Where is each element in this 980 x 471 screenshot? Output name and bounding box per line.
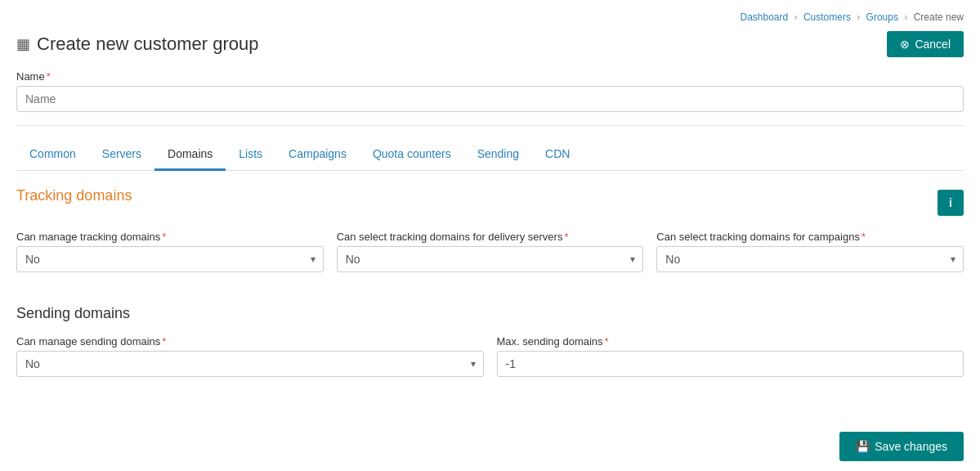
cancel-button[interactable]: ⊗ Cancel <box>887 31 964 57</box>
breadcrumb-dashboard[interactable]: Dashboard <box>740 11 788 23</box>
info-button[interactable]: i <box>937 190 964 216</box>
sending-domains-row: Can manage sending domains* No Yes ▾ Max… <box>16 335 964 390</box>
breadcrumb-current: Create new <box>914 11 964 23</box>
can-manage-tracking-group: Can manage tracking domains* No Yes ▾ <box>16 231 324 272</box>
tab-cdn[interactable]: CDN <box>532 139 583 171</box>
can-manage-tracking-select[interactable]: No Yes <box>16 246 324 272</box>
can-manage-sending-group: Can manage sending domains* No Yes ▾ <box>16 335 484 377</box>
breadcrumb: Dashboard › Customers › Groups › Create … <box>16 8 964 23</box>
can-select-tracking-campaigns-select[interactable]: No Yes <box>656 246 964 272</box>
tabs-container: Common Servers Domains Lists Campaigns Q… <box>16 139 964 171</box>
tab-lists[interactable]: Lists <box>226 139 275 171</box>
page-title-text: Create new customer group <box>37 34 258 55</box>
name-label: Name* <box>16 70 964 83</box>
tab-common[interactable]: Common <box>16 139 89 171</box>
can-select-tracking-campaigns-wrapper: No Yes ▾ <box>656 246 964 272</box>
page-title-icon: ▦ <box>16 35 30 53</box>
name-form-group: Name* <box>16 70 964 112</box>
can-manage-sending-label: Can manage sending domains* <box>16 335 484 348</box>
tab-campaigns[interactable]: Campaigns <box>275 139 360 171</box>
sending-domains-title: Sending domains <box>16 305 964 322</box>
breadcrumb-sep-1: › <box>794 11 798 23</box>
cancel-label: Cancel <box>915 38 951 51</box>
tab-quota-counters[interactable]: Quota counters <box>360 139 464 171</box>
max-sending-domains-label: Max. sending domains* <box>497 335 964 348</box>
cancel-icon: ⊗ <box>900 38 910 51</box>
save-bar: 💾 Save changes <box>0 422 980 471</box>
breadcrumb-sep-2: › <box>857 11 860 23</box>
max-sending-domains-group: Max. sending domains* <box>497 335 964 377</box>
breadcrumb-customers[interactable]: Customers <box>803 11 851 23</box>
tab-servers[interactable]: Servers <box>89 139 154 171</box>
can-select-tracking-delivery-wrapper: No Yes ▾ <box>337 246 644 272</box>
save-icon: 💾 <box>856 440 870 453</box>
can-select-tracking-campaigns-group: Can select tracking domains for campaign… <box>656 231 964 272</box>
divider <box>16 125 964 126</box>
page-header: ▦ Create new customer group ⊗ Cancel <box>16 31 964 57</box>
save-button[interactable]: 💾 Save changes <box>839 432 964 461</box>
page-title: ▦ Create new customer group <box>16 34 258 55</box>
info-icon: i <box>949 196 952 209</box>
can-manage-tracking-label: Can manage tracking domains* <box>16 231 324 243</box>
tracking-domains-row: Can manage tracking domains* No Yes ▾ Ca… <box>16 231 964 285</box>
save-label: Save changes <box>875 440 947 453</box>
tab-domains[interactable]: Domains <box>154 139 226 171</box>
max-sending-domains-input[interactable] <box>497 351 964 377</box>
breadcrumb-groups[interactable]: Groups <box>866 11 898 23</box>
can-manage-sending-wrapper: No Yes ▾ <box>16 351 484 377</box>
name-required-star: * <box>47 70 51 83</box>
tracking-domains-title: Tracking domains <box>16 187 132 204</box>
can-manage-sending-select[interactable]: No Yes <box>16 351 484 377</box>
tab-sending[interactable]: Sending <box>464 139 532 171</box>
can-manage-tracking-wrapper: No Yes ▾ <box>16 246 324 272</box>
can-select-tracking-delivery-group: Can select tracking domains for delivery… <box>337 231 644 272</box>
tracking-domains-header: Tracking domains i <box>16 187 964 218</box>
breadcrumb-sep-3: › <box>904 11 907 23</box>
page-wrapper: Dashboard › Customers › Groups › Create … <box>0 0 980 471</box>
name-input[interactable] <box>16 86 964 112</box>
sending-domains-section: Sending domains Can manage sending domai… <box>16 305 964 390</box>
can-select-tracking-delivery-select[interactable]: No Yes <box>337 246 644 272</box>
can-select-tracking-delivery-label: Can select tracking domains for delivery… <box>337 231 644 243</box>
can-select-tracking-campaigns-label: Can select tracking domains for campaign… <box>656 231 964 243</box>
